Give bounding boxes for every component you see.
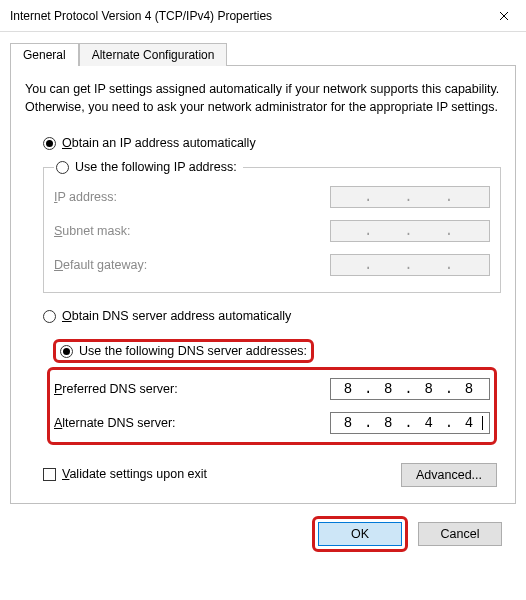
ok-button[interactable]: OK [318,522,402,546]
radio-obtain-ip-auto[interactable]: Obtain an IP address automatically [25,134,501,154]
tabpanel-general: You can get IP settings assigned automat… [10,65,516,504]
tab-general[interactable]: General [10,43,79,66]
highlight-ok: OK [312,516,408,552]
highlight-dns-radio: Use the following DNS server addresses: [53,339,314,363]
label-alternate-dns: Alternate DNS server: [54,416,176,430]
window-title: Internet Protocol Version 4 (TCP/IPv4) P… [10,9,272,23]
checkbox-validate-on-exit[interactable]: Validate settings upon exit [43,465,207,485]
radio-label: Obtain DNS server address automatically [62,309,291,323]
label-ip-address: IP address: [54,190,117,204]
input-ip-address: ... [330,186,490,208]
input-alternate-dns[interactable]: 8. 8. 4. 4 [330,412,490,434]
highlight-dns-inputs: Preferred DNS server: 8. 8. 8. 8 Alterna… [47,367,497,445]
radio-icon [56,161,69,174]
radio-icon [43,137,56,150]
titlebar: Internet Protocol Version 4 (TCP/IPv4) P… [0,0,526,32]
radio-label: Obtain an IP address automatically [62,136,256,150]
tab-strip: General Alternate Configuration [10,42,516,65]
radio-use-following-ip[interactable]: Use the following IP address: [56,160,241,174]
label-preferred-dns: Preferred DNS server: [54,382,178,396]
dialog-buttons: OK Cancel [10,504,516,552]
checkbox-icon [43,468,56,481]
advanced-button[interactable]: Advanced... [401,463,497,487]
radio-label: Use the following DNS server addresses: [79,344,307,358]
label-subnet-mask: Subnet mask: [54,224,130,238]
radio-use-following-dns[interactable] [60,345,73,358]
checkbox-label: Validate settings upon exit [62,467,207,481]
cancel-button[interactable]: Cancel [418,522,502,546]
group-use-ip: Use the following IP address: IP address… [43,160,501,293]
close-icon [499,11,509,21]
tab-alternate-configuration[interactable]: Alternate Configuration [79,43,228,66]
radio-label: Use the following IP address: [75,160,237,174]
radio-obtain-dns-auto[interactable]: Obtain DNS server address automatically [25,307,501,327]
input-default-gateway: ... [330,254,490,276]
input-preferred-dns[interactable]: 8. 8. 8. 8 [330,378,490,400]
input-subnet-mask: ... [330,220,490,242]
close-button[interactable] [481,0,526,32]
intro-text: You can get IP settings assigned automat… [25,80,501,116]
label-default-gateway: Default gateway: [54,258,147,272]
radio-icon [43,310,56,323]
group-use-dns: Use the following DNS server addresses: … [43,333,501,449]
